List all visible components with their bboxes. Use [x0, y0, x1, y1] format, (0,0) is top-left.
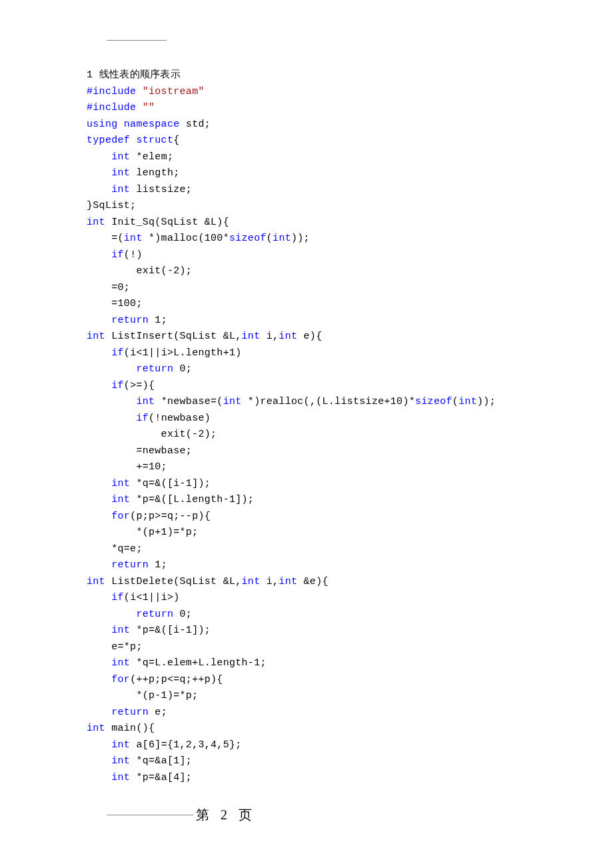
code-line: =(int *)malloc(100*sizeof(int)); — [87, 231, 526, 247]
code-token — [87, 347, 111, 359]
code-token: (++p;p<=q;++p){ — [130, 674, 223, 685]
code-token: return — [136, 363, 173, 375]
code-token: for — [111, 511, 130, 522]
code-line: return 1; — [87, 313, 526, 329]
code-token: (p;p>=q;--p){ — [130, 511, 211, 522]
code-token — [87, 707, 111, 718]
code-token: int — [111, 167, 130, 179]
code-token: ListInsert(SqList &L, — [105, 331, 242, 342]
code-line: return 1; — [87, 557, 526, 574]
code-line: using namespace std; — [87, 117, 526, 133]
code-token: e=*p; — [87, 641, 143, 653]
code-token: int — [111, 772, 130, 783]
code-token: int — [87, 576, 105, 587]
code-token — [87, 151, 111, 163]
code-token: =0; — [87, 282, 130, 293]
code-token: int — [111, 739, 130, 751]
code-token: int — [111, 184, 130, 195]
code-token: typedef struct — [87, 135, 173, 146]
code-token: int — [279, 331, 297, 342]
code-token: *q=L.elem+L.length-1; — [130, 657, 267, 669]
code-token: int — [273, 233, 291, 244]
code-token: int — [242, 576, 261, 587]
code-token: #include — [87, 86, 143, 97]
code-token: int — [111, 755, 130, 767]
code-token: if — [111, 380, 124, 391]
code-token — [87, 184, 111, 195]
code-token: int — [111, 478, 130, 489]
code-token: for — [111, 674, 130, 685]
code-token: int — [111, 625, 130, 636]
code-token: =newbase; — [87, 445, 192, 457]
document-page: 1 线性表的顺序表示 #include "iostream"#include "… — [0, 0, 613, 851]
code-token: "" — [143, 102, 155, 113]
code-token: return — [111, 559, 149, 571]
code-line: int a[6]={1,2,3,4,5}; — [87, 737, 526, 754]
code-token: int — [242, 331, 261, 342]
code-token: e; — [149, 707, 167, 718]
code-token: =100; — [87, 298, 143, 309]
code-token — [87, 674, 111, 685]
code-token: 0; — [173, 609, 192, 620]
code-token: *)realloc(,(L.listsize+10)* — [242, 396, 415, 407]
code-token: &e){ — [297, 576, 328, 587]
code-token: int — [111, 494, 130, 505]
code-token — [87, 739, 111, 751]
code-line: =0; — [87, 280, 526, 297]
code-token: { — [173, 135, 179, 146]
code-line: int *q=&([i-1]); — [87, 476, 526, 493]
heading-line: 1 线性表的顺序表示 — [87, 67, 526, 84]
top-divider — [107, 40, 167, 41]
code-line: e=*p; — [87, 639, 526, 656]
code-token — [87, 755, 111, 767]
code-line: *(p-1)=*p; — [87, 688, 526, 705]
code-token — [87, 363, 136, 375]
code-token — [87, 559, 111, 571]
code-token: +=10; — [87, 461, 167, 473]
code-token: *p=&([i-1]); — [130, 625, 211, 636]
code-token: int — [87, 723, 105, 734]
code-token: (!) — [124, 249, 143, 261]
code-token — [87, 380, 111, 391]
code-line: return e; — [87, 705, 526, 721]
code-token: "iostream" — [143, 86, 205, 97]
code-token: using namespace — [87, 119, 180, 130]
code-token: if — [136, 413, 149, 424]
code-token: i, — [260, 576, 279, 587]
code-line: return 0; — [87, 361, 526, 378]
code-line: if(>=){ — [87, 378, 526, 395]
code-token: ListDelete(SqList &L, — [105, 576, 242, 587]
code-token: (i<1||i>) — [124, 592, 180, 603]
code-line: int *elem; — [87, 149, 526, 166]
code-token: int — [87, 331, 105, 342]
code-line: =100; — [87, 296, 526, 313]
code-token: return — [136, 609, 173, 620]
code-token: if — [111, 347, 124, 359]
code-token: =( — [87, 233, 124, 244]
code-token: listsize; — [130, 184, 192, 195]
code-line: #include "" — [87, 100, 526, 117]
code-token: a[6]={1,2,3,4,5}; — [130, 739, 241, 751]
code-token: #include — [87, 102, 143, 113]
code-token: exit(-2); — [87, 265, 192, 277]
code-token: *q=&([i-1]); — [130, 478, 211, 489]
code-token: (!newbase) — [149, 413, 211, 424]
code-line: int *p=&([L.length-1]); — [87, 492, 526, 509]
code-token: int — [458, 396, 477, 407]
code-token: int — [111, 151, 130, 163]
code-token: int — [279, 576, 297, 587]
code-token — [87, 315, 111, 326]
code-line: int main(){ — [87, 721, 526, 737]
code-token: }SqList; — [87, 200, 136, 211]
code-line: int *q=L.elem+L.length-1; — [87, 655, 526, 672]
code-token: int — [124, 233, 143, 244]
code-token: sizeof — [415, 396, 452, 407]
code-token — [87, 249, 111, 261]
code-line: int Init_Sq(SqList &L){ — [87, 215, 526, 231]
code-line: =newbase; — [87, 443, 526, 460]
code-line: int length; — [87, 165, 526, 182]
code-token — [87, 609, 136, 620]
code-line: *(p+1)=*p; — [87, 525, 526, 541]
code-token — [87, 772, 111, 783]
code-line: if(!newbase) — [87, 411, 526, 427]
